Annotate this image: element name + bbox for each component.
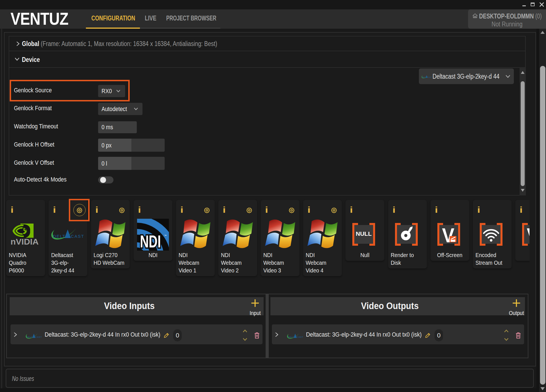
svg-text:V: V bbox=[442, 224, 454, 246]
svg-text:NULL: NULL bbox=[356, 230, 372, 237]
svg-text:NDI: NDI bbox=[140, 232, 161, 251]
svg-text:nVIDIA: nVIDIA bbox=[11, 237, 39, 246]
svg-text:™: ™ bbox=[164, 234, 167, 237]
svg-text:V: V bbox=[527, 224, 530, 246]
